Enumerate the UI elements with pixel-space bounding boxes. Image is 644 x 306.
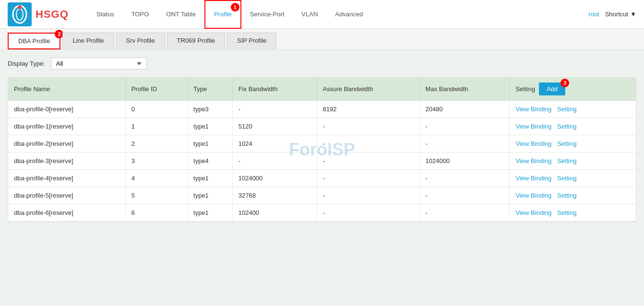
cell-max-bandwidth: -: [419, 187, 510, 204]
table-header-row: Profile Name Profile ID Type Fix Bandwid…: [8, 78, 636, 101]
view-binding-link[interactable]: View Binding: [515, 175, 551, 182]
cell-profile-name: dba-profile-6[reserve]: [8, 204, 125, 222]
nav-item-service-port[interactable]: Service-Port: [241, 0, 293, 29]
col-fix-bandwidth: Fix Bandwidth: [232, 78, 317, 101]
logo-icon: [8, 2, 32, 26]
cell-assure-bandwidth: -: [317, 204, 419, 222]
cell-max-bandwidth: 20480: [419, 101, 510, 118]
setting-link[interactable]: Setting: [557, 140, 576, 147]
cell-type: type4: [188, 153, 233, 170]
setting-link[interactable]: Setting: [557, 192, 576, 199]
cell-fix-bandwidth: -: [232, 101, 317, 118]
cell-fix-bandwidth: 32768: [232, 187, 317, 204]
tab-sip-profile[interactable]: SIP Profile: [227, 33, 276, 49]
view-binding-link[interactable]: View Binding: [515, 123, 551, 130]
cell-profile-id: 5: [125, 187, 187, 204]
table-row: dba-profile-5[reserve] 5 type1 32768 - -…: [8, 187, 636, 204]
cell-profile-id: 6: [125, 204, 187, 222]
nav-item-advanced[interactable]: Advanced: [326, 0, 371, 29]
dba-profile-table: ForoISP Profile Name Profile ID Type Fix…: [8, 77, 636, 222]
cell-assure-bandwidth: 8192: [317, 101, 419, 118]
col-profile-name: Profile Name: [8, 78, 125, 101]
setting-link[interactable]: Setting: [557, 209, 576, 216]
cell-profile-name: dba-profile-5[reserve]: [8, 187, 125, 204]
display-type-select[interactable]: All type1 type2 type3 type4: [51, 58, 147, 70]
setting-link[interactable]: Setting: [557, 157, 576, 165]
view-binding-link[interactable]: View Binding: [515, 140, 551, 147]
table-row: dba-profile-0[reserve] 0 type3 - 8192 20…: [8, 101, 636, 118]
main-nav: Status TOPO ONT Table Profile 1 Service-…: [88, 0, 585, 29]
cell-assure-bandwidth: -: [317, 135, 419, 153]
cell-fix-bandwidth: -: [232, 153, 317, 170]
cell-actions: View Binding Setting: [510, 187, 636, 204]
table-row: dba-profile-3[reserve] 3 type4 - - 10240…: [8, 153, 636, 170]
cell-profile-id: 4: [125, 170, 187, 187]
cell-actions: View Binding Setting: [510, 118, 636, 135]
table-row: dba-profile-4[reserve] 4 type1 1024000 -…: [8, 170, 636, 187]
cell-max-bandwidth: -: [419, 170, 510, 187]
cell-profile-name: dba-profile-2[reserve]: [8, 135, 125, 153]
setting-link[interactable]: Setting: [557, 106, 576, 113]
profile-nav-badge: 1: [231, 3, 239, 12]
cell-assure-bandwidth: -: [317, 187, 419, 204]
shortcut-dropdown[interactable]: Shortcut ▼: [605, 11, 636, 18]
cell-type: type1: [188, 170, 233, 187]
add-button[interactable]: Add 3: [539, 82, 565, 95]
nav-user: root: [584, 11, 603, 18]
cell-fix-bandwidth: 102400: [232, 204, 317, 222]
view-binding-link[interactable]: View Binding: [515, 106, 551, 113]
nav-item-topo[interactable]: TOPO: [123, 0, 158, 29]
logo-area: HSGQ: [8, 2, 69, 26]
nav-item-profile[interactable]: Profile 1: [204, 0, 241, 29]
cell-type: type1: [188, 135, 233, 153]
cell-profile-name: dba-profile-4[reserve]: [8, 170, 125, 187]
nav-item-status[interactable]: Status: [88, 0, 123, 29]
cell-profile-name: dba-profile-1[reserve]: [8, 118, 125, 135]
cell-actions: View Binding Setting: [510, 204, 636, 222]
setting-link[interactable]: Setting: [557, 175, 576, 182]
tab-line-profile[interactable]: Line Profile: [62, 33, 114, 49]
cell-profile-id: 2: [125, 135, 187, 153]
cell-profile-id: 1: [125, 118, 187, 135]
tab-dba-profile[interactable]: DBA Profile 2: [8, 33, 60, 49]
filter-row: Display Type: All type1 type2 type3 type…: [8, 58, 636, 70]
col-profile-id: Profile ID: [125, 78, 187, 101]
nav-right: root Shortcut ▼: [584, 11, 636, 18]
brand-name: HSGQ: [36, 8, 69, 21]
cell-type: type1: [188, 118, 233, 135]
cell-profile-name: dba-profile-0[reserve]: [8, 101, 125, 118]
add-button-badge: 3: [561, 79, 569, 87]
cell-type: type3: [188, 101, 233, 118]
cell-actions: View Binding Setting: [510, 101, 636, 118]
cell-profile-id: 3: [125, 153, 187, 170]
view-binding-link[interactable]: View Binding: [515, 157, 551, 165]
setting-link[interactable]: Setting: [557, 123, 576, 130]
display-type-label: Display Type:: [8, 60, 45, 67]
cell-profile-name: dba-profile-3[reserve]: [8, 153, 125, 170]
nav-item-ont-table[interactable]: ONT Table: [157, 0, 204, 29]
nav-item-vlan[interactable]: VLAN: [293, 0, 326, 29]
cell-type: type1: [188, 204, 233, 222]
cell-actions: View Binding Setting: [510, 153, 636, 170]
table-row: dba-profile-1[reserve] 1 type1 5120 - - …: [8, 118, 636, 135]
chevron-down-icon: ▼: [630, 11, 636, 18]
tab-srv-profile[interactable]: Srv Profile: [116, 33, 165, 49]
view-binding-link[interactable]: View Binding: [515, 209, 551, 216]
cell-fix-bandwidth: 5120: [232, 118, 317, 135]
col-max-bandwidth: Max Bandwidth: [419, 78, 510, 101]
cell-max-bandwidth: -: [419, 135, 510, 153]
view-binding-link[interactable]: View Binding: [515, 192, 551, 199]
content-area: Display Type: All type1 type2 type3 type…: [0, 50, 644, 298]
header: HSGQ Status TOPO ONT Table Profile 1 Ser…: [0, 0, 644, 29]
col-assure-bandwidth: Assure Bandwidth: [317, 78, 419, 101]
cell-profile-id: 0: [125, 101, 187, 118]
table-row: dba-profile-2[reserve] 2 type1 1024 - - …: [8, 135, 636, 153]
col-type: Type: [188, 78, 233, 101]
svg-point-3: [18, 5, 22, 9]
cell-assure-bandwidth: -: [317, 170, 419, 187]
tab-tr069-profile[interactable]: TR069 Profile: [167, 33, 225, 49]
cell-type: type1: [188, 187, 233, 204]
cell-max-bandwidth: -: [419, 118, 510, 135]
cell-assure-bandwidth: -: [317, 153, 419, 170]
col-setting: Setting Add 3: [510, 78, 636, 101]
